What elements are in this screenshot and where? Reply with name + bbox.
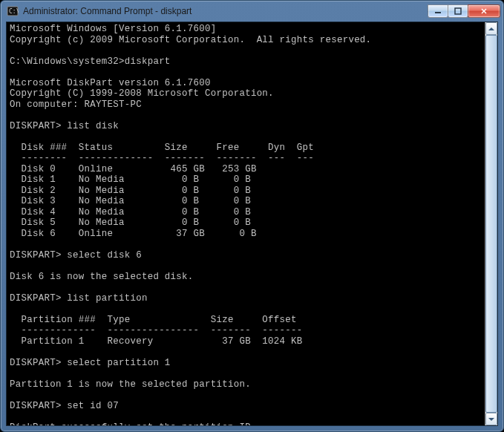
titlebar[interactable]: C:\ Administrator: Command Prompt - disk…: [1, 1, 503, 22]
window-title: Administrator: Command Prompt - diskpart: [23, 6, 428, 16]
scrollbar-thumb[interactable]: [485, 35, 497, 413]
scrollbar-track[interactable]: [485, 35, 497, 413]
command-prompt-window: C:\ Administrator: Command Prompt - disk…: [0, 0, 504, 432]
minimize-button[interactable]: [428, 4, 448, 18]
close-button[interactable]: [468, 4, 500, 18]
terminal-output[interactable]: Microsoft Windows [Version 6.1.7600] Cop…: [7, 22, 485, 425]
maximize-button[interactable]: [448, 4, 468, 18]
scroll-down-button[interactable]: [485, 413, 497, 425]
client-area: Microsoft Windows [Version 6.1.7600] Cop…: [6, 22, 498, 426]
arrow-up-icon: [488, 27, 494, 30]
svg-rect-3: [455, 8, 461, 14]
svg-rect-2: [435, 12, 441, 13]
vertical-scrollbar[interactable]: [485, 22, 497, 425]
svg-text:C:\: C:\: [9, 8, 19, 15]
app-icon: C:\: [7, 5, 19, 17]
scroll-up-button[interactable]: [485, 22, 497, 35]
arrow-down-icon: [488, 418, 494, 421]
window-controls: [428, 4, 500, 18]
